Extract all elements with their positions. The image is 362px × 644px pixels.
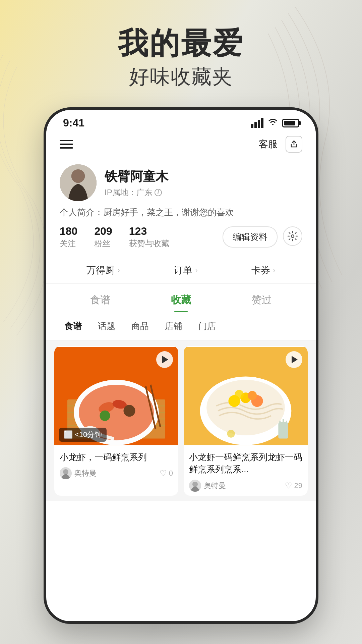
likes-count: 123 [129, 225, 169, 237]
heart-icon-1: ♡ [160, 469, 167, 478]
share-button[interactable] [286, 136, 302, 153]
profile-ip: IP属地：广东 i [105, 187, 302, 198]
svg-point-30 [235, 390, 244, 399]
recipe-author-1: 奥特曼 [60, 467, 97, 479]
time-badge-1: ⬜ <10分钟 [59, 428, 107, 442]
recipe-likes-2: ♡ 29 [285, 481, 302, 490]
time-text-1: <10分钟 [75, 430, 102, 440]
profile-info: 铁臂阿童木 IP属地：广东 i [105, 168, 302, 198]
signal-icon [251, 118, 263, 128]
author-avatar-1 [60, 467, 72, 479]
fans-label: 粉丝 [94, 238, 112, 249]
svg-point-23 [63, 469, 68, 475]
quick-nav-wonderchef[interactable]: 万得厨 › [86, 264, 120, 277]
avatar-image [60, 164, 97, 201]
fans-count: 209 [94, 225, 112, 237]
hamburger-line-1 [60, 140, 73, 141]
heart-icon-2: ♡ [285, 481, 292, 490]
stat-likes[interactable]: 123 获赞与收藏 [129, 225, 169, 249]
svg-point-16 [123, 405, 135, 417]
status-icons [251, 117, 299, 129]
signal-bar-1 [251, 124, 253, 128]
profile-section: 铁臂阿童木 IP属地：广东 i 个人简介：厨房好手，菜之王，谢谢您的喜欢 180… [46, 158, 316, 256]
likes-label: 获赞与收藏 [129, 238, 169, 249]
tab-liked[interactable]: 赞过 [252, 293, 272, 312]
likes-count-2: 29 [294, 481, 302, 490]
sub-tab-products[interactable]: 商品 [123, 318, 157, 335]
page-title-main: 我的最爱 [0, 27, 362, 60]
main-tab-bar: 食谱 收藏 赞过 [46, 286, 316, 312]
recipe-title-1: 小龙虾，一码鲜烹系列 [60, 451, 173, 463]
following-label: 关注 [60, 238, 77, 249]
app-bar: 客服 [46, 132, 316, 158]
sub-tab-stores[interactable]: 店铺 [157, 318, 190, 335]
stat-fans[interactable]: 209 粉丝 [94, 225, 112, 249]
profile-stats-row: 180 关注 209 粉丝 123 获赞与收藏 编辑资料 [60, 225, 302, 249]
signal-bar-4 [261, 118, 263, 128]
coupons-label: 卡券 [251, 264, 270, 277]
stat-following[interactable]: 180 关注 [60, 225, 77, 249]
signal-bar-2 [254, 122, 257, 128]
play-triangle-1 [162, 356, 168, 363]
recipe-author-2: 奥特曼 [189, 480, 226, 492]
app-bar-right: 客服 [259, 136, 302, 153]
profile-top: 铁臂阿童木 IP属地：广东 i [60, 164, 302, 201]
recipe-meta-2: 奥特曼 ♡ 29 [189, 480, 302, 492]
recipe-likes-1: ♡ 0 [160, 469, 173, 478]
sub-tab-locations[interactable]: 门店 [190, 318, 224, 335]
play-button-1[interactable] [156, 351, 173, 368]
svg-point-3 [71, 169, 85, 183]
recipe-card-2[interactable]: 小龙虾一码鲜烹系列龙虾一码鲜烹系列烹系... 奥特曼 [184, 346, 308, 496]
play-triangle-2 [292, 356, 298, 363]
hamburger-line-2 [60, 144, 73, 145]
svg-point-4 [291, 235, 294, 237]
play-button-2[interactable] [286, 351, 302, 368]
tab-recipes[interactable]: 食谱 [90, 293, 110, 312]
battery-fill [284, 121, 295, 125]
hamburger-menu-button[interactable] [60, 140, 73, 149]
status-time: 9:41 [63, 117, 84, 129]
recipe-image-1: ⬜ <10分钟 [54, 346, 178, 446]
orders-arrow: › [195, 266, 197, 275]
svg-point-36 [227, 430, 235, 437]
quick-nav-orders[interactable]: 订单 › [174, 264, 197, 277]
svg-point-17 [100, 411, 110, 421]
svg-point-31 [248, 391, 257, 400]
sub-tab-bar: 食谱 话题 商品 店铺 门店 [46, 312, 316, 340]
hamburger-line-3 [60, 147, 73, 149]
wifi-icon [267, 117, 278, 129]
screen-icon: ⬜ [64, 430, 73, 439]
recipe-info-1: 小龙虾，一码鲜烹系列 奥特曼 ♡ [54, 446, 178, 483]
customer-service-button[interactable]: 客服 [259, 138, 278, 151]
profile-bio: 个人简介：厨房好手，菜之王，谢谢您的喜欢 [60, 207, 302, 218]
edit-profile-button[interactable]: 编辑资料 [223, 226, 278, 248]
tab-favorites[interactable]: 收藏 [171, 293, 191, 312]
sub-tab-recipes[interactable]: 食谱 [56, 318, 90, 335]
author-name-2: 奥特曼 [204, 481, 226, 491]
author-avatar-2 [189, 480, 201, 492]
wonderchef-arrow: › [117, 266, 120, 275]
page-title-sub: 好味收藏夹 [0, 63, 362, 91]
following-count: 180 [60, 225, 77, 237]
wonderchef-label: 万得厨 [86, 264, 115, 277]
battery-icon [282, 119, 299, 127]
settings-button[interactable] [283, 226, 302, 246]
orders-label: 订单 [174, 264, 192, 277]
likes-count-1: 0 [169, 469, 173, 478]
author-name-1: 奥特曼 [74, 468, 97, 478]
status-bar: 9:41 [46, 110, 316, 132]
recipe-image-2 [184, 346, 308, 446]
recipe-title-2: 小龙虾一码鲜烹系列龙虾一码鲜烹系列烹系... [189, 451, 302, 476]
page-header: 我的最爱 好味收藏夹 [0, 27, 362, 91]
recipe-card-1[interactable]: ⬜ <10分钟 小龙虾，一码鲜烹系列 奥 [54, 346, 178, 496]
signal-bar-3 [258, 120, 260, 128]
avatar [60, 164, 97, 201]
coupons-arrow: › [273, 266, 275, 275]
quick-nav-coupons[interactable]: 卡券 › [251, 264, 275, 277]
phone-mockup: 9:41 [44, 107, 318, 624]
ip-text: IP属地：广东 [105, 187, 153, 198]
stats-group: 180 关注 209 粉丝 123 获赞与收藏 [60, 225, 169, 249]
sub-tab-topics[interactable]: 话题 [90, 318, 123, 335]
profile-actions: 编辑资料 [223, 226, 302, 248]
content-grid: ⬜ <10分钟 小龙虾，一码鲜烹系列 奥 [46, 340, 316, 501]
